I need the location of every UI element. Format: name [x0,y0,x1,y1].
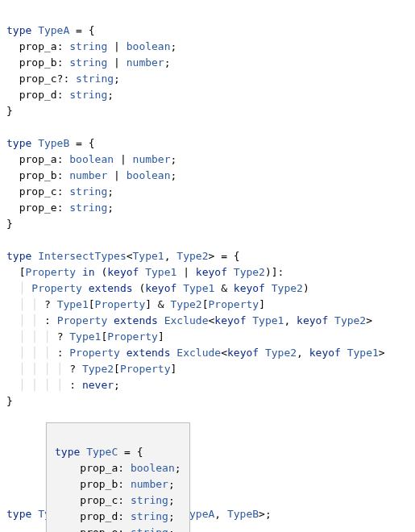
prop: prop_b [19,169,57,181]
line: │ │ : Property extends Exclude<keyof Typ… [6,314,372,326]
line: [Property in (keyof Type1 | keyof Type2)… [6,266,284,278]
tooltip-line: prop_a: boolean; [55,462,181,474]
type-string: string [69,40,107,52]
line: │ │ │ │ : never; [6,379,120,391]
line: │ │ │ : Property extends Exclude<keyof T… [6,347,385,359]
tooltip-line: prop_b: number; [55,478,175,490]
typename-intersect: IntersectTypes [38,250,127,262]
line: } [6,105,13,117]
blank-line [6,476,13,488]
line: prop_e: string; [6,202,114,214]
line: prop_b: string | number; [6,56,171,69]
prop: prop_b [19,56,57,69]
hover-tooltip: type TypeC = { prop_a: boolean; prop_b: … [46,422,190,532]
line: prop_d: string; [6,89,114,101]
line: │ Property extends (keyof Type1 & keyof … [6,282,309,294]
prop: prop_c [19,185,57,197]
prop: prop_e [19,202,57,214]
blank-line [6,234,13,246]
line: prop_c?: string; [6,73,120,85]
keyword-type: type [6,24,31,36]
tooltip-line: type TypeC = { [55,446,143,458]
line: │ │ │ │ ? Type2[Property] [6,363,176,375]
tooltip-line: prop_e: string; [55,526,175,532]
prop: prop_c? [19,73,64,85]
blank-line [6,411,13,423]
tooltip-line: prop_d: string; [55,510,175,522]
prop: prop_a [19,153,57,165]
blank-line [6,492,13,504]
blank-line [6,459,13,472]
line: prop_a: boolean | number; [6,153,176,165]
blank-line [6,121,13,133]
blank-line [6,443,13,455]
typename-b: TypeB [38,137,69,149]
line: prop_a: string | boolean; [6,40,176,52]
line: prop_b: number | boolean; [6,169,176,181]
line: } [6,218,13,230]
line: prop_c: string; [6,185,114,197]
line: │ │ │ ? Type1[Property] [6,330,164,343]
punct: = { [69,24,94,36]
prop: prop_a [19,40,57,52]
line: type TypeA = { [6,24,95,36]
line: type IntersectTypes<Type1, Type2> = { [6,250,240,262]
type-boolean: boolean [127,40,171,52]
blank-line [6,427,13,439]
prop: prop_d [19,89,57,101]
line: type TypeB = { [6,137,95,149]
typename-a: TypeA [38,24,69,36]
tooltip-line: prop_c: string; [55,494,175,506]
line: │ │ ? Type1[Property] & Type2[Property] [6,298,265,310]
line: } [6,395,13,407]
